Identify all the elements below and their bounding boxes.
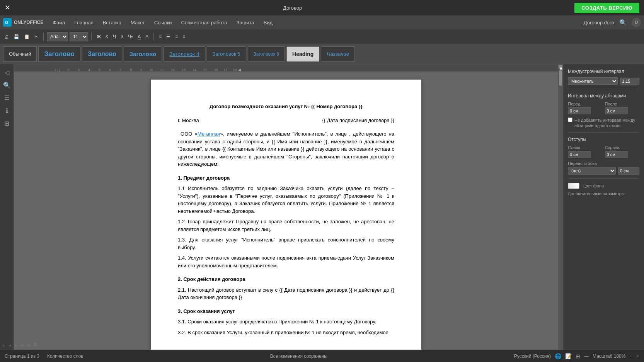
before-label: Перед <box>568 102 603 106</box>
after-col: После <box>605 102 640 114</box>
menu-insert[interactable]: Вставка <box>99 18 125 27</box>
status-left: Страница 1 из 3 Количество слов <box>5 354 83 359</box>
align-justify-btn[interactable]: ≡ <box>181 33 187 41</box>
line-spacing-type-select[interactable]: Множитель <box>568 77 618 85</box>
sidebar-info-icon[interactable]: ℹ <box>4 105 10 116</box>
menu-protect[interactable]: Защита <box>233 18 258 27</box>
top-bar: ✕ Договор СОЗДАТЬ ВЕРСИЮ <box>0 0 644 15</box>
right-indent-input[interactable] <box>605 151 628 158</box>
align-left-btn[interactable]: ≡ <box>157 33 164 41</box>
doc-body: ООО «Мегаплан», именуемое в дальнейшем "… <box>178 130 394 336</box>
bg-color-label: Цвет фона <box>583 184 604 188</box>
additional-params-link[interactable]: Дополнительные параметры <box>568 191 639 196</box>
before-input[interactable] <box>568 107 591 114</box>
view-toggle-icons[interactable]: ⊞ <box>576 353 580 359</box>
megaplan-link[interactable]: Мегаплан <box>198 131 220 137</box>
menu-refs[interactable]: Ссылки <box>150 18 176 27</box>
after-label: После <box>605 102 640 106</box>
after-input[interactable] <box>605 107 628 114</box>
section1-p3: 1.3. Для оказания услуг "Исполнитель" вп… <box>178 236 394 251</box>
create-version-button[interactable]: СОЗДАТЬ ВЕРСИЮ <box>574 3 639 13</box>
document-scroll[interactable]: Договор возмездного оказания услуг № {{ … <box>14 72 558 350</box>
indent-cols: Слева Справа <box>568 145 639 158</box>
copy-style-btn[interactable]: 📋 <box>22 33 32 41</box>
subscript-btn[interactable]: Ч₂ <box>126 33 135 41</box>
left-sidebar: ◁ 🔍 ☰ ℹ ⊞ 1 2 3 4 5 6 7 8 9 10 <box>0 64 14 350</box>
user-avatar[interactable]: U <box>632 18 641 27</box>
formatting-group: Ж К Ч З Ч₂ А̲ А <box>95 33 150 41</box>
bold-btn[interactable]: Ж <box>95 33 103 41</box>
italic-btn[interactable]: К <box>104 33 110 41</box>
divider1 <box>568 89 639 89</box>
print-btn[interactable]: 🖨 <box>2 33 11 41</box>
sidebar-menu-icon[interactable]: ☰ <box>3 93 11 103</box>
highlight-btn[interactable]: А̲ <box>136 33 143 41</box>
align-group: ≡ ☰ ≡ ≡ <box>157 33 187 41</box>
style-h6[interactable]: Заголовок 6 <box>248 46 285 62</box>
toolbar: 🖨 💾 📋 ✂ Arial 11 Ж К Ч З Ч₂ А̲ А ≡ ☰ ≡ ≡ <box>0 29 644 44</box>
zoom-in-btn[interactable]: + <box>636 353 639 359</box>
sep1 <box>43 32 44 41</box>
font-name-select[interactable]: Arial <box>47 32 68 41</box>
style-normal[interactable]: Обычный <box>3 46 37 62</box>
save-btn[interactable]: 💾 <box>12 33 21 41</box>
menu-home[interactable]: Главная <box>70 18 97 27</box>
section1-p4: 1.4. Услуги считаются оказанными после п… <box>178 254 394 269</box>
menu-view[interactable]: Вид <box>260 18 277 27</box>
close-button[interactable]: ✕ <box>5 3 10 12</box>
sidebar-nav-icon[interactable]: ◁ <box>3 67 11 78</box>
content-area: 2 1 2 3 4 5 6 7 8 9 10 11 12 13 14 15 <box>14 64 558 350</box>
align-right-btn[interactable]: ≡ <box>173 33 180 41</box>
bg-color-swatch[interactable] <box>568 183 579 189</box>
color-btn[interactable]: А <box>143 33 150 41</box>
scroll-up-btn[interactable]: ▲ <box>559 65 562 69</box>
menu-layout[interactable]: Макет <box>127 18 149 27</box>
section3-title: 3. Срок оказания услуг <box>178 308 394 315</box>
document-page: Договор возмездного оказания услуг № {{ … <box>151 80 421 350</box>
underline-btn[interactable]: Ч <box>111 33 118 41</box>
filename-label: Договор.docx <box>584 20 615 25</box>
strikethrough-btn[interactable]: З <box>119 33 125 41</box>
style-h2[interactable]: Заголово <box>82 46 122 62</box>
line-spacing-value-input[interactable]: 1.15 <box>620 78 639 85</box>
divider3 <box>568 178 639 179</box>
zoom-separator: — <box>584 354 589 359</box>
left-indent-input[interactable] <box>568 151 591 158</box>
language-indicator[interactable]: Русский (Россия) <box>514 354 551 359</box>
divider2 <box>568 133 639 133</box>
vertical-scrollbar[interactable]: ▲ <box>558 64 563 350</box>
no-interval-checkbox[interactable] <box>568 117 572 122</box>
menu-right: Договор.docx 🔍 U <box>584 18 641 27</box>
spacing-between-title: Интервал между абзацами <box>568 93 639 99</box>
style-h4[interactable]: Заголовок 4 <box>164 46 205 62</box>
logo-icon: O <box>3 18 12 27</box>
search-icon[interactable]: 🔍 <box>619 19 627 26</box>
spell-check-icon[interactable]: 🌐 <box>555 353 561 359</box>
font-size-select[interactable]: 11 <box>70 32 88 41</box>
first-line-row: (нет) <box>568 167 639 175</box>
sidebar-search-icon[interactable]: 🔍 <box>2 80 12 90</box>
align-center-btn[interactable]: ☰ <box>164 33 172 41</box>
zoom-out-btn[interactable]: − <box>629 353 632 359</box>
first-line-value-input[interactable] <box>618 167 639 175</box>
undo-btn[interactable]: ✂ <box>32 33 40 41</box>
first-line-label: Первая строка <box>568 161 639 166</box>
style-heading[interactable]: Heading <box>286 46 319 62</box>
scroll-thumb[interactable] <box>559 70 562 86</box>
menu-file[interactable]: Файл <box>49 18 69 27</box>
style-name[interactable]: Название <box>321 46 355 62</box>
page-info: Страница 1 из 3 <box>5 354 39 359</box>
main-layout: ◁ 🔍 ☰ ℹ ⊞ 1 2 3 4 5 6 7 8 9 10 2 1 2 <box>0 64 644 350</box>
track-changes-icon[interactable]: 📝 <box>565 353 572 359</box>
no-interval-label: Не добавлять интервал между абзацами одн… <box>574 117 639 129</box>
style-h5[interactable]: Заголовок 5 <box>207 46 246 62</box>
right-indent-label: Справа <box>605 145 640 150</box>
style-h1[interactable]: Заголово <box>38 46 80 62</box>
menu-collab[interactable]: Совместная работа <box>177 18 231 27</box>
sep2 <box>91 32 92 41</box>
logo: O ONLYOFFICE <box>3 18 43 27</box>
first-line-type-select[interactable]: (нет) <box>568 167 616 175</box>
after-input-wrap <box>605 107 640 114</box>
sidebar-plugin-icon[interactable]: ⊞ <box>3 118 11 129</box>
style-h3[interactable]: Заголово <box>124 46 162 62</box>
